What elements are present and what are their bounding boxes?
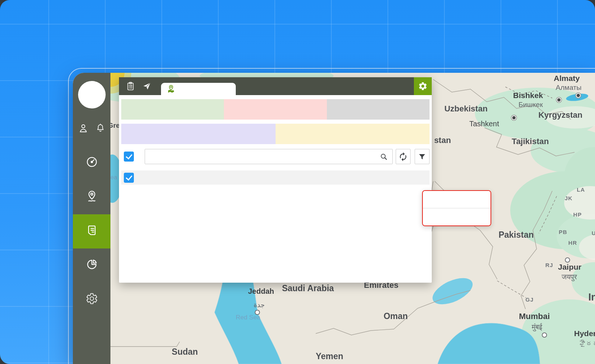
stat-expired[interactable] — [121, 124, 276, 144]
map-label: stan — [434, 136, 451, 145]
sidebar-item-settings[interactable] — [73, 283, 110, 317]
city-dot-icon — [542, 332, 547, 338]
panel-toolbar — [119, 77, 432, 95]
collection-point-panel — [119, 77, 432, 283]
search-icon[interactable] — [379, 152, 388, 163]
row-context-menu — [422, 190, 491, 226]
map-label: HR — [568, 240, 577, 246]
map-label: Yemen — [316, 351, 343, 361]
send-icon[interactable] — [141, 81, 152, 92]
map-label: Saudi Arabia — [282, 283, 334, 293]
search-row — [121, 149, 430, 164]
city-dot-icon — [557, 98, 562, 103]
stats-row-2 — [121, 124, 430, 144]
sidebar — [73, 73, 110, 364]
menu-item-add-event[interactable] — [423, 208, 491, 225]
stat-total[interactable] — [327, 99, 430, 120]
select-all-checkbox[interactable] — [124, 152, 134, 162]
menu-item-modify[interactable] — [423, 191, 491, 208]
gear-icon — [418, 81, 428, 91]
map-label: Hyderabad — [574, 329, 595, 338]
city-dot-icon — [512, 116, 517, 120]
filter-icon — [418, 152, 427, 161]
refresh-button[interactable] — [396, 149, 411, 164]
map-label: Sudan — [172, 347, 198, 357]
user-icon[interactable] — [78, 123, 89, 134]
sidebar-item-tracking[interactable] — [73, 180, 110, 214]
tab-collection-point[interactable] — [161, 83, 236, 95]
city-dot-icon — [565, 257, 570, 263]
stat-not-allocated[interactable] — [224, 99, 327, 120]
map-label: In — [588, 292, 595, 303]
refresh-icon — [398, 152, 408, 162]
app-window: Almaty Алматы Bishkek Бишкек Uzbekistan … — [73, 73, 595, 364]
map-label: PB — [559, 229, 567, 235]
map-label: HP — [573, 211, 582, 218]
stats-row-1 — [121, 99, 430, 120]
stat-damaged[interactable] — [276, 124, 430, 144]
bell-icon[interactable] — [95, 123, 106, 134]
map-label: Kyrgyzstan — [538, 110, 583, 120]
pie-chart-icon — [86, 258, 98, 271]
map-label: Bishkek — [513, 91, 543, 100]
map-label: JK — [565, 195, 572, 201]
city-dot-icon — [576, 93, 581, 98]
table-header — [121, 170, 430, 185]
map-label: ea — [110, 174, 117, 181]
city-dot-icon — [255, 310, 260, 315]
map-label: U — [592, 230, 595, 236]
checklist-icon[interactable] — [125, 81, 136, 92]
map-label: GJ — [525, 296, 534, 303]
speedometer-icon — [86, 156, 98, 168]
map-label: Red Sea — [236, 314, 260, 321]
map-label: Gre — [110, 121, 120, 130]
search-input[interactable] — [145, 149, 393, 164]
stat-allocated[interactable] — [121, 99, 224, 120]
header-checkbox[interactable] — [124, 173, 134, 183]
sidebar-item-dashboard[interactable] — [73, 146, 110, 180]
map-label: Бишкек — [518, 101, 543, 109]
map-label: Oman — [383, 311, 408, 321]
map-pin-icon — [86, 190, 98, 202]
panel-settings-button[interactable] — [414, 77, 432, 95]
map-label: Mumbai — [519, 312, 550, 321]
map-label: मुंबई — [532, 323, 542, 331]
map-label: Tashkent — [469, 120, 499, 128]
collection-pin-icon — [166, 84, 176, 94]
map-label: Pakistan — [499, 230, 534, 240]
sidebar-item-reports[interactable] — [73, 214, 110, 248]
sidebar-item-chart[interactable] — [73, 248, 110, 283]
map-label: जयपुर — [562, 273, 577, 281]
map-label: హైదరాబాద్ — [579, 340, 595, 348]
report-icon — [86, 224, 98, 237]
map-label: Tajikistan — [512, 137, 549, 146]
map-label: RJ — [545, 262, 553, 268]
sidebar-nav — [73, 146, 110, 317]
map-label: Алматы — [556, 84, 581, 92]
map-label: Uzbekistan — [444, 104, 488, 114]
map-label: Almaty — [554, 74, 580, 83]
filter-button[interactable] — [415, 149, 430, 164]
uffizio-logo — [78, 81, 106, 108]
screenshot-canvas: Almaty Алматы Bishkek Бишкек Uzbekistan … — [0, 0, 595, 364]
map-label: جدة — [254, 301, 265, 309]
map-label: Jeddah — [248, 287, 274, 296]
gear-icon — [86, 292, 98, 305]
map-label: LA — [577, 186, 585, 193]
map-label: Jaipur — [558, 263, 581, 272]
